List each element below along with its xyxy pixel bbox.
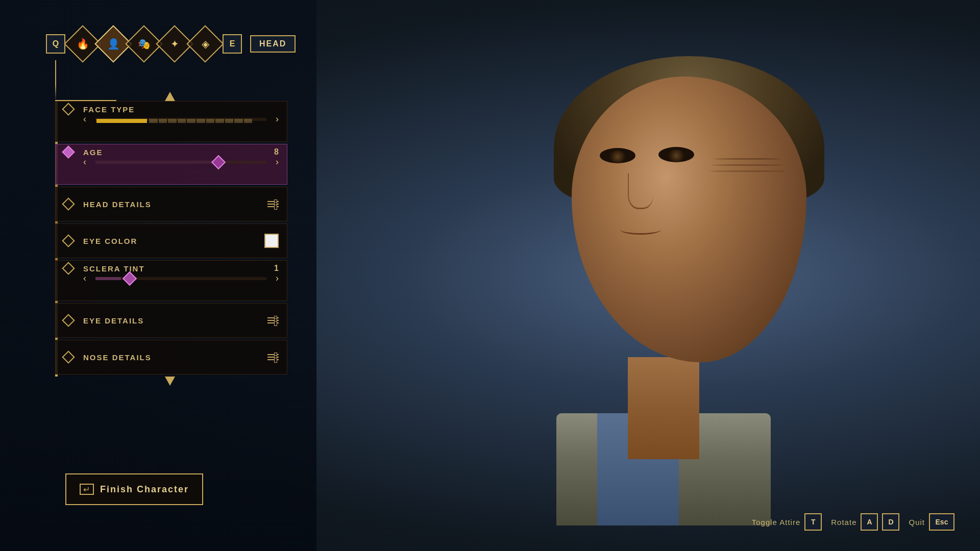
character-mouth (620, 224, 661, 235)
sclera-tint-prev[interactable]: ‹ (83, 273, 86, 284)
finish-character-button[interactable]: Finish Character (65, 473, 203, 505)
character-portrait-area (316, 0, 980, 551)
toggle-attire-label: Toggle Attire (752, 518, 801, 527)
nav-icon-1-symbol: 🔥 (77, 38, 89, 50)
age-label: AGE (83, 148, 274, 157)
menu-row-head-details[interactable]: HEAD DETAILS (55, 187, 287, 221)
nose-details-label: NOSE DETAILS (83, 353, 267, 362)
nav-icon-5[interactable]: ◈ (186, 25, 224, 63)
eye-settings-line-3 (267, 322, 279, 323)
quit-esc-key[interactable]: Esc (929, 513, 954, 531)
rotate-group: Rotate A D (831, 513, 899, 531)
character-nose (628, 173, 653, 209)
menu-row-face-type[interactable]: FACE TYPE ‹ › (55, 101, 287, 142)
character-portrait (470, 26, 929, 510)
eye-details-settings-icon (267, 317, 279, 323)
nav-q-key[interactable]: Q (46, 34, 65, 54)
nose-settings-line-3 (267, 359, 279, 360)
connector-vertical-line (55, 60, 56, 101)
face-type-label: FACE TYPE (83, 105, 279, 114)
menu-row-nose-details[interactable]: NOSE DETAILS (55, 340, 287, 374)
rotate-label: Rotate (831, 518, 856, 527)
toggle-attire-group: Toggle Attire T (752, 513, 822, 531)
eye-details-label: EYE DETAILS (83, 316, 267, 325)
row-indicator-nose-details (62, 350, 75, 363)
nav-head-label: HEAD (250, 35, 296, 53)
row-indicator-head-details (62, 197, 75, 210)
sclera-tint-label: SCLERA TINT (83, 264, 274, 273)
toggle-attire-key[interactable]: T (804, 513, 822, 531)
eye-left-iris (609, 151, 626, 163)
sclera-tint-slider[interactable] (95, 277, 266, 280)
eye-color-label: EYE COLOR (83, 237, 264, 245)
nav-e-key[interactable]: E (223, 34, 242, 54)
rotate-d-key[interactable]: D (882, 513, 899, 531)
nav-bar: Q 🔥 👤 🎭 ✦ ◈ E HEAD (46, 31, 296, 57)
rotate-a-key[interactable]: A (861, 513, 878, 531)
character-neck (628, 357, 699, 459)
menu-row-age[interactable]: AGE 8 ‹ › (55, 144, 287, 185)
age-value: 8 (274, 147, 279, 157)
nav-icon-4-symbol: ✦ (170, 38, 179, 50)
arrow-top (165, 92, 175, 101)
face-type-slider[interactable] (95, 118, 266, 121)
menu-row-eye-details[interactable]: EYE DETAILS (55, 303, 287, 338)
eye-left (600, 148, 635, 163)
face-wrinkle-1 (715, 158, 781, 160)
age-prev[interactable]: ‹ (83, 157, 86, 167)
sclera-tint-value: 1 (274, 264, 279, 273)
bottom-controls: Toggle Attire T Rotate A D Quit Esc (752, 513, 954, 531)
sclera-tint-next[interactable]: › (276, 273, 279, 284)
nav-icon-3-symbol: 🎭 (138, 38, 151, 50)
left-panel: Q 🔥 👤 🎭 ✦ ◈ E HEAD FACE TYPE (0, 0, 316, 551)
menu-row-sclera-tint[interactable]: SCLERA TINT 1 ‹ › (55, 260, 287, 301)
head-details-label: HEAD DETAILS (83, 200, 267, 209)
menu-panel: FACE TYPE ‹ › (55, 101, 287, 377)
quit-label: Quit (909, 518, 925, 527)
age-slider-thumb (211, 155, 226, 169)
face-wrinkle-2 (712, 164, 783, 166)
menu-row-eye-color[interactable]: EYE COLOR (55, 223, 287, 258)
age-next[interactable]: › (276, 157, 279, 167)
face-wrinkle-3 (709, 170, 786, 172)
nav-icon-5-symbol: ◈ (202, 38, 209, 50)
finish-character-icon (80, 484, 94, 495)
character-face (572, 77, 806, 362)
face-type-next[interactable]: › (276, 114, 279, 124)
arrow-bottom (165, 377, 175, 386)
row-indicator-eye-details (62, 314, 75, 327)
nose-details-settings-icon (267, 354, 279, 360)
eye-right (658, 147, 694, 162)
quit-group: Quit Esc (909, 513, 954, 531)
eye-color-swatch[interactable] (264, 234, 279, 248)
nav-icon-2-symbol: 👤 (107, 38, 120, 50)
head-details-settings-icon (267, 201, 279, 207)
eye-right-iris (668, 149, 685, 162)
row-indicator-eye-color (62, 234, 75, 247)
finish-character-label: Finish Character (100, 484, 189, 495)
face-type-prev[interactable]: ‹ (83, 114, 86, 124)
sclera-tint-thumb (122, 271, 137, 285)
settings-line-3 (267, 206, 279, 207)
age-slider[interactable] (95, 161, 266, 164)
